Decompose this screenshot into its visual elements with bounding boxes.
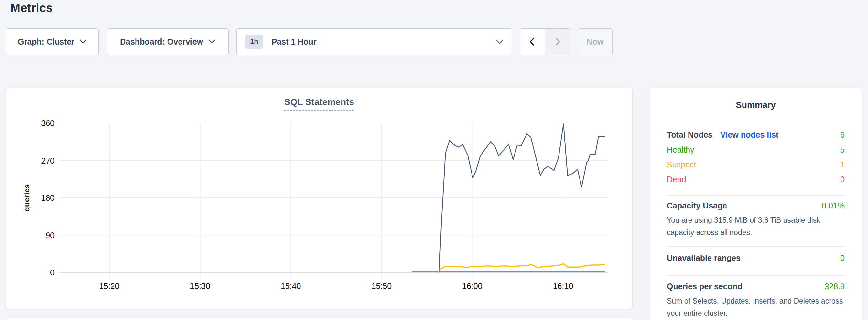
total-nodes-row: Total Nodes View nodes list 6 xyxy=(667,127,845,142)
page-title: Metrics xyxy=(10,1,53,15)
healthy-label: Healthy xyxy=(667,145,694,155)
svg-text:270: 270 xyxy=(41,156,55,165)
time-window-badge: 1h xyxy=(245,35,263,49)
suspect-nodes-row: Suspect 1 xyxy=(667,157,845,172)
svg-text:0: 0 xyxy=(50,268,55,277)
capacity-usage-section: Capacity Usage 0.01% You are using 315.9… xyxy=(667,201,845,238)
capacity-usage-description: You are using 315.9 MiB of 3.6 TiB usabl… xyxy=(667,214,845,238)
sql-statements-chart[interactable]: 15:2015:3015:4015:5016:0016:100901802703… xyxy=(6,88,632,309)
healthy-nodes-row: Healthy 5 xyxy=(667,142,845,157)
time-window-selector[interactable]: 1h Past 1 Hour xyxy=(237,28,512,55)
sql-statements-chart-card: SQL Statements 15:2015:3015:4015:5016:00… xyxy=(6,88,632,309)
summary-title: Summary xyxy=(650,100,862,110)
capacity-usage-label: Capacity Usage xyxy=(667,201,727,211)
queries-per-second-value: 328.9 xyxy=(824,282,845,291)
queries-per-second-section: Queries per second 328.9 Sum of Selects,… xyxy=(667,282,845,319)
svg-text:15:50: 15:50 xyxy=(372,282,392,291)
svg-text:360: 360 xyxy=(41,119,55,128)
svg-text:180: 180 xyxy=(41,193,55,202)
svg-text:queries: queries xyxy=(22,184,31,212)
total-nodes-label: Total Nodes xyxy=(667,130,712,140)
unavailable-ranges-section: Unavailable ranges 0 xyxy=(667,253,845,263)
node-status-list: Total Nodes View nodes list 6 Healthy 5 … xyxy=(667,127,845,187)
divider xyxy=(667,195,845,196)
suspect-value: 1 xyxy=(840,160,845,169)
dashboard-dropdown[interactable]: Dashboard: Overview xyxy=(107,28,229,55)
dead-nodes-row: Dead 0 xyxy=(667,172,845,187)
divider xyxy=(667,246,845,247)
next-chart-card-edge xyxy=(6,318,632,320)
now-button-label: Now xyxy=(587,37,604,46)
suspect-label: Suspect xyxy=(667,160,696,169)
dead-value: 0 xyxy=(840,175,845,184)
time-window-label: Past 1 Hour xyxy=(272,37,317,46)
now-button[interactable]: Now xyxy=(578,28,613,55)
queries-per-second-description: Sum of Selects, Updates, Inserts, and De… xyxy=(667,295,845,319)
dead-label: Dead xyxy=(667,175,686,184)
divider xyxy=(667,275,845,276)
svg-text:90: 90 xyxy=(45,231,55,240)
unavailable-ranges-value: 0 xyxy=(840,253,845,263)
capacity-usage-value: 0.01% xyxy=(822,201,845,211)
svg-text:15:30: 15:30 xyxy=(190,282,210,291)
healthy-value: 5 xyxy=(840,145,845,155)
graph-dropdown-label: Graph: Cluster xyxy=(18,37,74,46)
total-nodes-value: 6 xyxy=(840,130,845,140)
dashboard-dropdown-label: Dashboard: Overview xyxy=(120,37,203,46)
queries-per-second-label: Queries per second xyxy=(667,282,742,291)
view-nodes-list-link[interactable]: View nodes list xyxy=(720,130,778,140)
svg-text:16:00: 16:00 xyxy=(462,282,483,291)
previous-timeframe-button[interactable] xyxy=(520,29,545,55)
svg-text:15:20: 15:20 xyxy=(99,282,120,291)
chevron-right-icon xyxy=(553,37,562,46)
unavailable-ranges-label: Unavailable ranges xyxy=(667,253,741,263)
chevron-down-icon xyxy=(208,39,215,44)
svg-text:15:40: 15:40 xyxy=(281,282,301,291)
graph-dropdown[interactable]: Graph: Cluster xyxy=(6,28,99,55)
summary-panel: Summary Total Nodes View nodes list 6 He… xyxy=(650,88,862,320)
next-timeframe-button[interactable] xyxy=(545,29,570,55)
svg-text:16:10: 16:10 xyxy=(553,282,574,291)
chevron-left-icon xyxy=(528,37,537,46)
time-step-buttons xyxy=(520,28,570,55)
chevron-down-icon xyxy=(80,39,87,44)
chevron-down-icon xyxy=(496,39,503,44)
